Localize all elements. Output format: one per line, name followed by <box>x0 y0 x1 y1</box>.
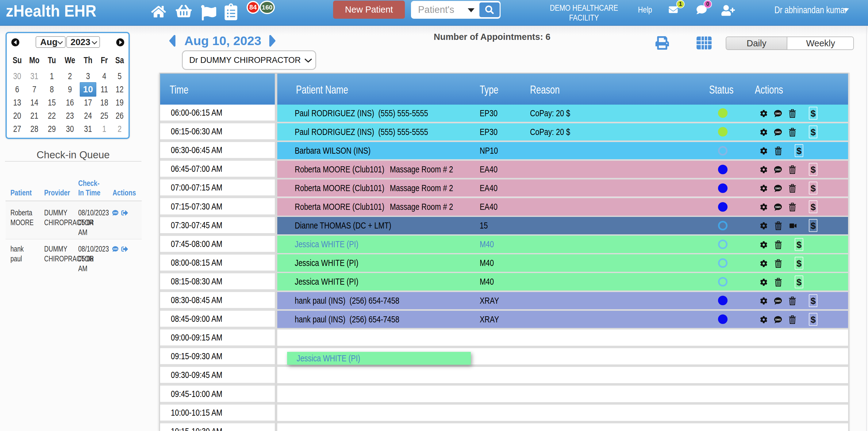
svg-text:SMS: SMS <box>775 206 781 209</box>
svg-text:SMS: SMS <box>113 248 118 250</box>
svg-text:SMS: SMS <box>775 187 781 190</box>
svg-text:SMS: SMS <box>775 168 781 171</box>
svg-text:SMS: SMS <box>113 212 118 214</box>
svg-text:SMS: SMS <box>775 318 781 321</box>
svg-text:SMS: SMS <box>775 112 781 115</box>
svg-text:SMS: SMS <box>775 131 781 134</box>
svg-text:SMS: SMS <box>775 299 781 303</box>
